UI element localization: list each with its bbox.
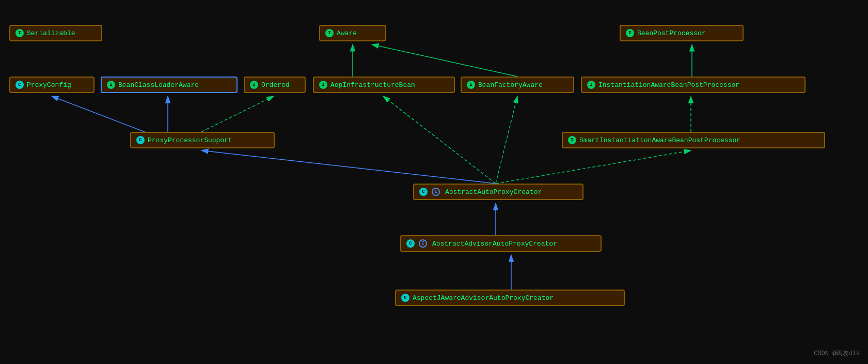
label-proxy-processor-support: ProxyProcessorSupport — [148, 136, 232, 144]
node-instantiation-aware-bpp[interactable]: I InstantiationAwareBeanPostProcessor — [581, 77, 806, 93]
node-serializable[interactable]: I Serializable — [9, 25, 102, 41]
node-bean-factory-aware[interactable]: I BeanFactoryAware — [461, 77, 574, 93]
watermark: CSDN @码农dls — [814, 349, 860, 358]
icon-proxy-processor-support: C — [136, 136, 145, 144]
diagram-container: I Serializable I Aware I BeanPostProcess… — [0, 0, 868, 364]
arrows-svg — [0, 0, 868, 364]
label-bean-class-loader-aware: BeanClassLoaderAware — [118, 81, 199, 89]
svg-line-12 — [496, 150, 691, 184]
icon-aspectj-aware-advisor-auto-proxy-creator: C — [401, 294, 409, 302]
node-aop-infrastructure-bean[interactable]: I AopInfrastructureBean — [313, 77, 455, 93]
node-proxy-processor-support[interactable]: C ProxyProcessorSupport — [130, 132, 275, 148]
node-abstract-advisor-auto-proxy-creator[interactable]: C I AbstractAdvisorAutoProxyCreator — [400, 235, 602, 252]
label-bean-factory-aware: BeanFactoryAware — [478, 81, 543, 89]
node-bean-class-loader-aware[interactable]: I BeanClassLoaderAware — [101, 77, 238, 93]
label-aspectj-aware-advisor-auto-proxy-creator: AspectJAwareAdvisorAutoProxyCreator — [413, 294, 554, 302]
icon-bean-factory-aware: I — [467, 81, 475, 89]
svg-line-6 — [52, 96, 145, 132]
label-smart-instantiation-aware-bpp: SmartInstantiationAwareBeanPostProcessor — [579, 136, 740, 144]
label-abstract-auto-proxy-creator: AbstractAutoProxyCreator — [445, 188, 542, 196]
label-abstract-advisor-auto-proxy-creator: AbstractAdvisorAutoProxyCreator — [432, 240, 557, 248]
svg-line-9 — [496, 96, 517, 184]
icon-serializable: I — [15, 29, 24, 37]
label-instantiation-aware-bpp: InstantiationAwareBeanPostProcessor — [598, 81, 739, 89]
node-aspectj-aware-advisor-auto-proxy-creator[interactable]: C AspectJAwareAdvisorAutoProxyCreator — [395, 290, 625, 306]
icon-aware: I — [325, 29, 334, 37]
node-bean-post-processor[interactable]: I BeanPostProcessor — [620, 25, 744, 41]
label-aware: Aware — [337, 29, 357, 37]
icon-abstract-auto-proxy-creator-blue: I — [432, 188, 440, 196]
node-ordered[interactable]: I Ordered — [244, 77, 306, 93]
icon-abstract-advisor-auto-proxy-creator-cyan: C — [406, 239, 415, 248]
icon-smart-instantiation-aware-bpp: I — [568, 136, 576, 144]
svg-line-7 — [201, 96, 274, 132]
label-bean-post-processor: BeanPostProcessor — [637, 29, 706, 37]
label-proxy-config: ProxyConfig — [27, 81, 71, 89]
icon-bean-post-processor: I — [626, 29, 634, 37]
node-abstract-auto-proxy-creator[interactable]: C I AbstractAutoProxyCreator — [413, 184, 583, 200]
icon-abstract-advisor-auto-proxy-creator-blue: I — [419, 239, 427, 248]
node-aware[interactable]: I Aware — [319, 25, 386, 41]
node-smart-instantiation-aware-bpp[interactable]: I SmartInstantiationAwareBeanPostProcess… — [562, 132, 825, 148]
icon-instantiation-aware-bpp: I — [587, 81, 595, 89]
label-serializable: Serializable — [27, 29, 75, 37]
label-ordered: Ordered — [261, 81, 290, 89]
svg-line-3 — [372, 44, 517, 77]
icon-abstract-auto-proxy-creator-cyan: C — [419, 188, 428, 196]
icon-aop-infrastructure-bean: I — [319, 81, 327, 89]
label-aop-infrastructure-bean: AopInfrastructureBean — [330, 81, 415, 89]
icon-ordered: I — [250, 81, 258, 89]
icon-bean-class-loader-aware: I — [107, 81, 115, 89]
svg-line-11 — [201, 150, 496, 184]
svg-line-8 — [383, 96, 496, 184]
node-proxy-config[interactable]: C ProxyConfig — [9, 77, 94, 93]
icon-proxy-config: C — [15, 81, 24, 89]
